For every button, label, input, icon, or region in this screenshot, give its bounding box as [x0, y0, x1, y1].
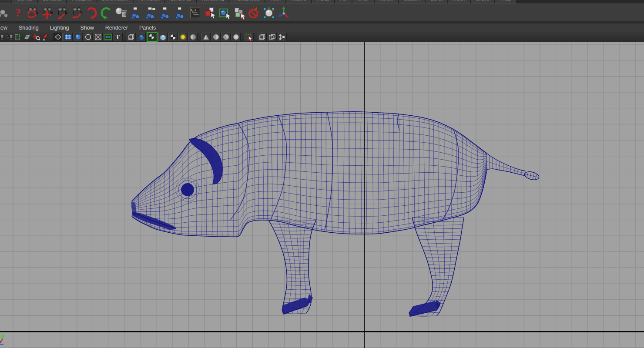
svg-text:T: T [116, 34, 120, 40]
select-sphere-in-cube-icon[interactable] [218, 5, 232, 20]
manipulator-sphere-icon[interactable] [262, 5, 276, 20]
panel-menu-renderer[interactable]: Renderer [100, 25, 134, 31]
shelf-tab-tray[interactable]: TRay [495, 0, 516, 3]
depth-of-field-button[interactable] [231, 33, 241, 41]
delete-object-icon[interactable] [114, 5, 128, 20]
ssao-button[interactable] [201, 33, 211, 41]
grease-pencil-icon[interactable] [41, 33, 50, 41]
separator [123, 33, 126, 41]
camera-dolly-icon[interactable] [55, 5, 69, 20]
select-cube-stack-icon[interactable] [233, 5, 247, 20]
no-paint-icon[interactable] [248, 5, 262, 20]
wireframe-mode-button[interactable] [54, 33, 63, 41]
camera-orbit-icon[interactable] [26, 5, 40, 20]
ik-handle-icon[interactable] [159, 5, 173, 20]
shelf-tab-surfaces[interactable]: Surfaces [38, 0, 66, 3]
viewport-side-view[interactable]: y [0, 42, 644, 348]
default-material-button[interactable] [84, 33, 93, 41]
shelf-tab-ncloth[interactable]: nCloth [375, 0, 398, 3]
joint-pin-icon[interactable] [129, 5, 143, 20]
checker-material-button[interactable] [168, 33, 178, 41]
camera-track-icon[interactable] [40, 5, 54, 20]
panel-menu-shading[interactable]: Shading [13, 25, 44, 31]
shelf-tab-custom[interactable]: Custom [399, 0, 425, 3]
separator [254, 33, 257, 41]
shelf-tab-rendering[interactable]: Rendering [197, 0, 229, 3]
shelf-tab-animation[interactable]: Animation [134, 0, 164, 3]
image-plane-icon[interactable] [23, 33, 31, 41]
separator [198, 33, 201, 41]
shelf-tab-xgen[interactable]: XGen [448, 0, 470, 3]
texture-placement-button[interactable]: T [114, 33, 123, 41]
smooth-shade-button[interactable] [64, 33, 73, 41]
shelf-tab-shave[interactable]: Shave [471, 0, 494, 3]
shelf-tab-scroll-stub[interactable] [0, 0, 11, 3]
outliner-panel-icon[interactable] [188, 5, 202, 20]
pan-zoom-2d-icon[interactable] [32, 33, 40, 41]
joint-pins-icon[interactable] [144, 5, 158, 20]
viewport-toolbar: T [0, 32, 644, 42]
panel-menu-lighting[interactable]: Lighting [44, 25, 75, 31]
separator [241, 33, 244, 41]
shelf-tab-row: CurvesSurfacesPolygonsDeformationAnimati… [0, 0, 644, 3]
shelf-tab-bullet[interactable]: Bullet [426, 0, 447, 3]
select-camera-icon[interactable] [5, 33, 13, 41]
transparency-cube-button[interactable] [158, 33, 168, 41]
shelf-tab-deformation[interactable]: Deformation [97, 0, 133, 3]
shelf-tab-fur[interactable]: Fur [335, 0, 352, 3]
clipped-edge-icon[interactable] [0, 5, 10, 20]
pig-wireframe-model[interactable] [0, 42, 644, 348]
xray-button[interactable] [258, 33, 267, 41]
camera-zoom-icon[interactable] [70, 5, 84, 20]
shadows-button[interactable] [188, 33, 198, 41]
separator [50, 33, 53, 41]
undo-arc-icon[interactable] [85, 5, 99, 20]
xray-joints-button[interactable] [278, 33, 287, 41]
shelf-tab-nhair[interactable]: nHair [352, 0, 373, 3]
svg-text:?: ? [15, 7, 20, 19]
ik-spline-icon[interactable] [174, 5, 188, 20]
shelf-tab-toon[interactable]: Toon [265, 0, 285, 3]
clipped-camera-icon[interactable] [0, 33, 4, 41]
motion-blur-button[interactable] [211, 33, 221, 41]
axis-gadget-label: y [0, 332, 5, 339]
panel-menu-view[interactable]: View [0, 25, 13, 31]
shelf-tab-fluids[interactable]: Fluids [312, 0, 334, 3]
shelf-tab-curves[interactable]: Curves [12, 0, 37, 3]
textured-ball-button[interactable] [147, 32, 158, 42]
use-all-lights-button[interactable] [178, 33, 188, 41]
smooth-mesh-button[interactable] [137, 33, 146, 41]
help-question-icon[interactable]: ? [11, 5, 25, 20]
redo-arc-icon[interactable] [100, 5, 114, 20]
shaded-mode-button[interactable] [74, 33, 83, 41]
view-axis-gadget: y [0, 331, 13, 348]
multisample-button[interactable] [221, 33, 231, 41]
panel-menubar: ViewShadingLightingShowRendererPanels [0, 23, 644, 32]
xray-active-components-button[interactable] [268, 33, 277, 41]
shelf-tab-muscle[interactable]: Muscle [286, 0, 311, 3]
shelf-tab-polygons[interactable]: Polygons [67, 0, 96, 3]
shelf-tab-dynamics[interactable]: Dynamics [165, 0, 196, 3]
panel-menu-show[interactable]: Show [75, 25, 100, 31]
textured-mode-button[interactable] [104, 33, 113, 41]
shelf-tab-painteffects[interactable]: PaintEffects [229, 0, 265, 3]
shelf-toolbar: ? [0, 3, 644, 21]
bookmarks-icon[interactable] [14, 33, 22, 41]
select-cube-icon[interactable] [203, 5, 217, 20]
isolate-select-button[interactable] [245, 33, 254, 41]
bounding-box-button[interactable] [127, 33, 136, 41]
move-axis-icon[interactable] [277, 5, 291, 20]
wireframe-on-shaded-button[interactable] [94, 33, 103, 41]
panel-menu-panels[interactable]: Panels [134, 25, 161, 31]
shelf-tab-strip: CurvesSurfacesPolygonsDeformationAnimati… [0, 0, 644, 3]
